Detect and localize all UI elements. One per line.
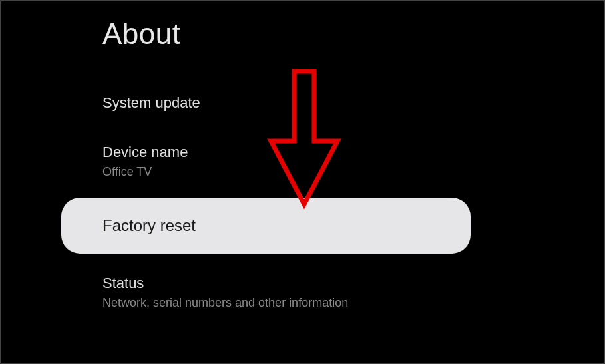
menu-item-label: Status [102, 275, 429, 292]
menu-item-factory-reset[interactable]: Factory reset [61, 198, 471, 254]
menu-item-label: Factory reset [102, 216, 429, 235]
menu-item-label: System update [102, 94, 429, 112]
menu-item-sublabel: Network, serial numbers and other inform… [102, 296, 429, 310]
menu-item-label: Device name [102, 144, 429, 161]
about-menu: System update Device name Office TV Fact… [61, 87, 471, 322]
menu-item-device-name[interactable]: Device name Office TV [61, 132, 471, 192]
menu-item-system-update[interactable]: System update [61, 87, 471, 132]
menu-item-value: Office TV [102, 165, 429, 179]
menu-item-status[interactable]: Status Network, serial numbers and other… [61, 263, 471, 322]
page-title: About [102, 17, 180, 51]
